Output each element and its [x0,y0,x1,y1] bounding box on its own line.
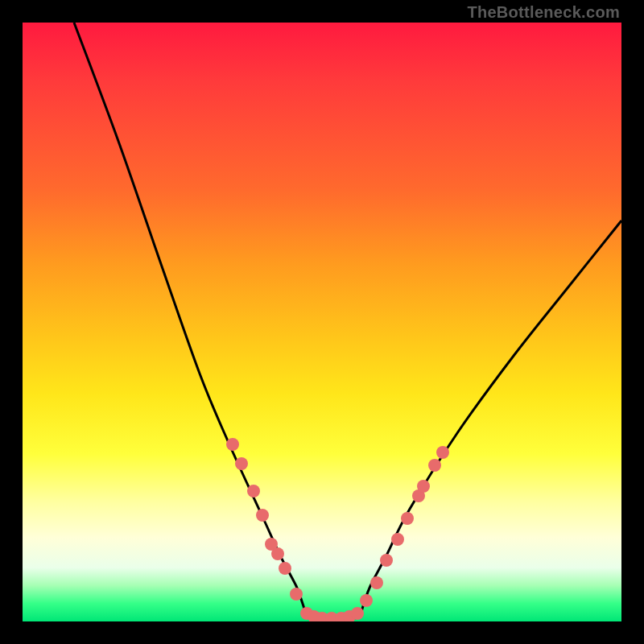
dot-valley-band [335,612,348,621]
dot-valley-band [351,607,364,620]
attribution-text: TheBottleneck.com [467,3,620,22]
dot-left-dots [226,438,239,451]
dot-right-dots [428,459,441,472]
dot-left-dots [290,588,303,601]
dot-left-dots [271,547,284,560]
dot-left-dots [265,538,278,551]
dot-left-dots [256,509,269,522]
dot-valley-band [300,607,313,620]
dot-right-dots [370,576,383,589]
chart-svg [23,23,621,621]
dot-right-dots [417,480,430,493]
dot-valley-band [343,610,356,621]
dot-valley-band [316,612,328,621]
dot-left-dots [247,485,260,497]
bottleneck-curve [74,23,621,620]
dot-right-dots [391,533,404,546]
dot-valley-band [308,610,320,621]
dot-right-dots [412,489,425,502]
dot-right-dots [360,594,373,607]
plot-area [23,23,621,621]
dot-right-dots [380,554,393,567]
scatter-dots [226,438,449,621]
dot-valley-band [325,612,338,621]
dot-left-dots [279,562,291,575]
dot-left-dots [235,457,248,470]
dot-right-dots [401,512,414,525]
chart-stage: TheBottleneck.com [0,0,644,644]
dot-right-dots [436,446,449,459]
